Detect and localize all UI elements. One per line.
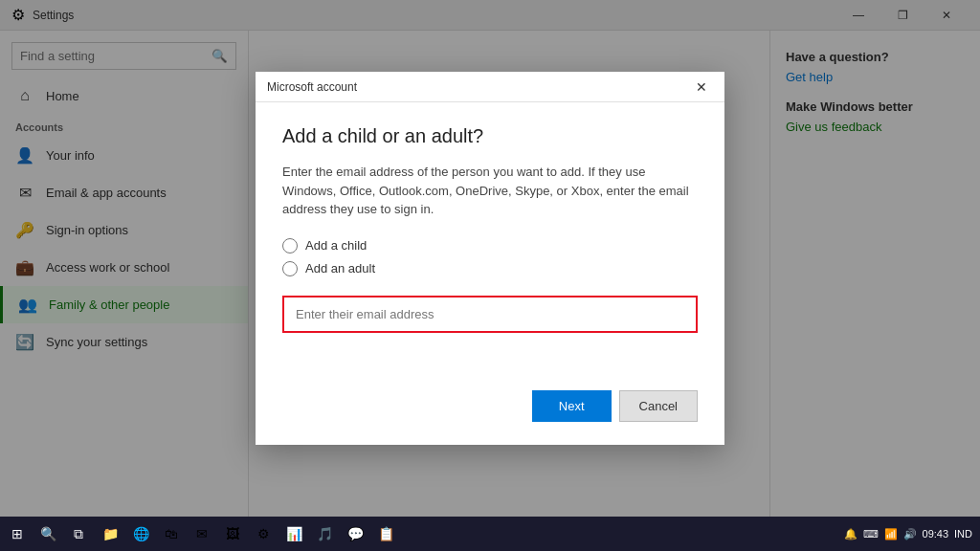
add-child-radio[interactable] <box>282 238 298 253</box>
email-input-wrapper <box>282 296 698 333</box>
start-button[interactable]: ⊞ <box>4 518 31 549</box>
add-child-label: Add a child <box>305 238 367 253</box>
add-child-option[interactable]: Add a child <box>282 238 698 253</box>
taskbar-app3[interactable]: 💬 <box>342 520 368 547</box>
taskbar-store[interactable]: 🛍 <box>158 520 185 547</box>
taskbar-app2[interactable]: 🎵 <box>311 520 338 547</box>
modal-close-button[interactable]: ✕ <box>690 76 713 99</box>
taskbar-icons: 📁 🌐 🛍 ✉ 🖼 ⚙ 📊 🎵 💬 📋 <box>97 520 842 547</box>
add-adult-radio[interactable] <box>282 261 298 276</box>
email-input[interactable] <box>286 299 694 329</box>
search-taskbar-button[interactable]: 🔍 <box>33 518 64 549</box>
taskbar: ⊞ 🔍 ⧉ 📁 🌐 🛍 ✉ 🖼 ⚙ 📊 🎵 💬 📋 🔔 ⌨ 📶 🔊 09:43 … <box>0 517 980 551</box>
taskbar-volume-icon[interactable]: 🔊 <box>903 528 917 540</box>
next-button[interactable]: Next <box>532 390 612 422</box>
taskbar-file-explorer[interactable]: 📁 <box>97 520 123 547</box>
taskbar-app1[interactable]: 📊 <box>280 520 307 547</box>
modal-heading: Add a child or an adult? <box>282 125 698 147</box>
radio-group: Add a child Add an adult <box>282 238 698 276</box>
modal-overlay: Microsoft account ✕ Add a child or an ad… <box>0 0 980 517</box>
modal-titlebar: Microsoft account ✕ <box>256 72 724 102</box>
taskbar-keyboard-icon[interactable]: ⌨ <box>863 528 879 540</box>
add-adult-label: Add an adult <box>305 261 375 276</box>
taskbar-settings[interactable]: ⚙ <box>250 520 277 547</box>
taskbar-photos[interactable]: 🖼 <box>219 520 246 547</box>
modal-description: Enter the email address of the person yo… <box>282 163 698 219</box>
taskbar-right: 🔔 ⌨ 📶 🔊 09:43 IND <box>844 528 976 540</box>
task-view-button[interactable]: ⧉ <box>66 518 91 549</box>
add-adult-option[interactable]: Add an adult <box>282 261 698 276</box>
microsoft-account-modal: Microsoft account ✕ Add a child or an ad… <box>256 72 724 445</box>
taskbar-network-icon[interactable]: 📶 <box>884 528 898 540</box>
modal-body: Add a child or an adult? Enter the email… <box>256 102 724 375</box>
taskbar-mail[interactable]: ✉ <box>189 520 215 547</box>
taskbar-notification-icon[interactable]: 🔔 <box>844 528 858 540</box>
modal-title: Microsoft account <box>267 80 357 94</box>
cancel-button[interactable]: Cancel <box>619 390 698 422</box>
taskbar-edge[interactable]: 🌐 <box>127 520 154 547</box>
taskbar-date: IND <box>954 528 972 540</box>
taskbar-app4[interactable]: 📋 <box>372 520 399 547</box>
taskbar-time: 09:43 <box>923 528 949 540</box>
modal-footer: Next Cancel <box>256 375 724 445</box>
